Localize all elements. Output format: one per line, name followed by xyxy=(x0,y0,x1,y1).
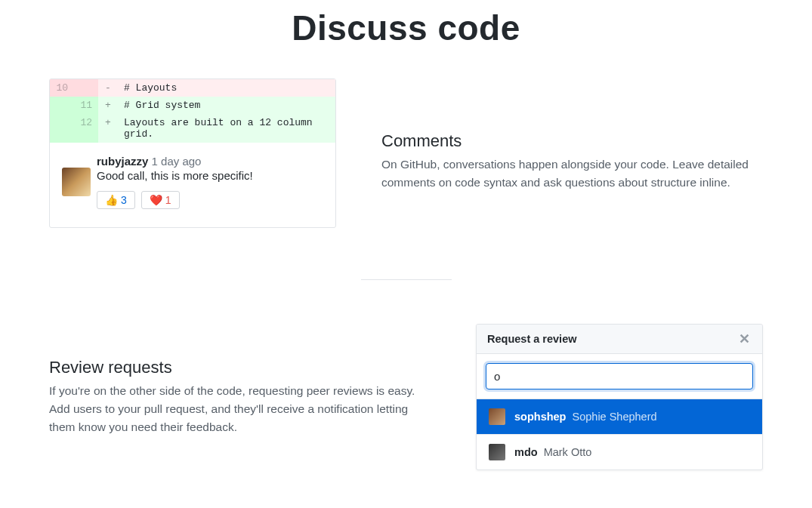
avatar xyxy=(62,168,91,196)
diff-sign: - xyxy=(98,79,118,97)
old-line-number: 10 xyxy=(50,79,74,97)
diff-row-addition: 11 + # Grid system xyxy=(50,97,335,114)
reviewer-realname: Mark Otto xyxy=(544,446,592,458)
reviewer-result-mdo[interactable]: mdo Mark Otto xyxy=(477,435,762,470)
comment-timestamp: 1 day ago xyxy=(152,155,202,168)
popover-title: Request a review xyxy=(487,333,576,345)
avatar xyxy=(489,408,505,425)
diff-code: Layouts are built on a 12 column grid. xyxy=(118,114,335,143)
new-line-number xyxy=(74,79,98,97)
comments-heading: Comments xyxy=(381,131,763,151)
reviews-heading: Review requests xyxy=(49,358,431,377)
section-divider xyxy=(361,279,452,280)
reviewer-username: mdo xyxy=(514,446,538,458)
diff-sign: + xyxy=(98,97,118,114)
request-review-popover: Request a review ✕ sophshep Sophie Sheph… xyxy=(476,324,763,470)
new-line-number: 12 xyxy=(74,114,98,143)
old-line-number xyxy=(50,97,74,114)
diff-row-addition: 12 + Layouts are built on a 12 column gr… xyxy=(50,114,335,143)
reaction-count: 1 xyxy=(165,194,171,206)
new-line-number: 11 xyxy=(74,97,98,114)
review-comment: rubyjazzy 1 day ago Good call, this is m… xyxy=(50,143,335,227)
comments-description: On GitHub, conversations happen alongsid… xyxy=(381,155,763,192)
diff-sign: + xyxy=(98,114,118,143)
heart-icon: ❤️ xyxy=(150,194,162,206)
reviews-description: If you're on the other side of the code,… xyxy=(49,382,431,436)
old-line-number xyxy=(50,114,74,143)
reviewer-username: sophshep xyxy=(514,411,566,423)
reviewer-result-sophshep[interactable]: sophshep Sophie Shepherd xyxy=(477,399,762,435)
comment-author[interactable]: rubyjazzy xyxy=(97,155,148,168)
close-icon[interactable]: ✕ xyxy=(737,332,752,346)
reaction-count: 3 xyxy=(121,194,127,206)
diff-code: # Layouts xyxy=(118,79,335,97)
reaction-heart[interactable]: ❤️ 1 xyxy=(141,191,180,209)
comment-text: Good call, this is more specific! xyxy=(97,169,323,182)
reviewer-realname: Sophie Shepherd xyxy=(573,411,657,423)
avatar xyxy=(489,444,505,460)
diff-table: 10 - # Layouts 11 + # Grid system 12 + L… xyxy=(50,79,335,143)
reviewer-search-input[interactable] xyxy=(486,363,753,389)
diff-row-deletion: 10 - # Layouts xyxy=(50,79,335,97)
diff-card: 10 - # Layouts 11 + # Grid system 12 + L… xyxy=(49,79,336,228)
reaction-thumbs-up[interactable]: 👍 3 xyxy=(97,191,135,209)
diff-code: # Grid system xyxy=(118,97,335,114)
thumbs-up-icon: 👍 xyxy=(105,194,118,206)
page-title: Discuss code xyxy=(0,0,812,79)
